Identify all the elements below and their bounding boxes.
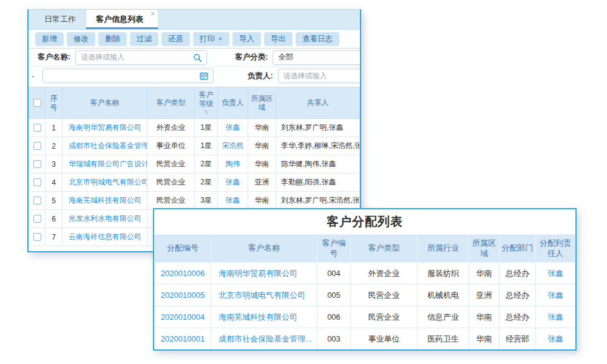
tab-label: 客户信息列表 [96, 15, 143, 24]
customer-name-link[interactable]: 海南明华贸易有限公司 [211, 263, 317, 285]
customer-name-link[interactable]: 海南芜城科技有限公司 [211, 306, 317, 328]
customer-category-value: 全部 [278, 52, 358, 62]
customer-type: 事业单位 [148, 137, 195, 155]
table-row[interactable]: 1 海南明华贸易有限公司 外资企业 1星 张鑫 华南 刘东林,罗广明,张鑫 [29, 119, 360, 137]
region: 亚洲 [248, 174, 276, 192]
department: 总经办 [500, 285, 536, 306]
add-button[interactable]: 新增 [35, 32, 64, 46]
customer-name-link[interactable]: 北京市明城电气有限公司 [211, 285, 317, 306]
col-alloc-number: 分配编号 [155, 235, 211, 263]
table-row[interactable]: 2020010004 海南芜城科技有限公司 006 民营企业 信息产业 华南 总… [155, 306, 575, 328]
row-checkbox[interactable] [33, 233, 41, 241]
customer-name-link[interactable]: 成都市社会保险基金管理... [63, 137, 148, 155]
view-log-button[interactable]: 查看日志 [296, 32, 339, 46]
region: 华南 [248, 192, 276, 210]
table-row[interactable]: 2020010005 北京市明城电气有限公司 005 民营企业 机械机电 亚洲 … [155, 285, 575, 306]
region: 亚洲 [469, 285, 500, 306]
table-row[interactable]: 3 华瑞城有限公司广告设计部 民营企业 2星 陶伟 华南 陈华健,陶伟,张鑫 [29, 155, 360, 174]
assignee-link[interactable]: 张鑫 [536, 263, 575, 285]
alloc-number-link[interactable]: 2020010004 [155, 306, 211, 328]
row-checkbox[interactable] [33, 215, 41, 223]
customer-name-link[interactable]: 海南芜城科技有限公司 [63, 192, 148, 210]
customer-number: 005 [317, 285, 351, 306]
search-icon[interactable] [193, 53, 202, 62]
col-customer-type: 客户类型 [148, 87, 195, 119]
col-industry: 所属行业 [418, 235, 469, 263]
import-button[interactable]: 导入 [232, 32, 261, 46]
col-customer-level-label: 客户等级 [196, 90, 216, 109]
department: 总经办 [500, 263, 536, 285]
filter-area: 客户名称: 请选择或输入 客户分类: 全部 - [29, 49, 360, 85]
row-checkbox[interactable] [33, 160, 41, 168]
assignee-link[interactable]: 张鑫 [536, 328, 575, 350]
owner-link[interactable]: 陶伟 [218, 155, 248, 174]
assignee-link[interactable]: 张鑫 [536, 285, 575, 306]
customer-name-link[interactable]: 成都市社会保险基金管理... [211, 328, 317, 350]
alloc-number-link[interactable]: 2020010001 [155, 328, 211, 350]
customer-number: 006 [317, 306, 351, 328]
region: 华南 [248, 119, 276, 137]
industry: 服装纺织 [418, 263, 469, 285]
export-button[interactable]: 导出 [264, 32, 293, 46]
table-row[interactable]: 2020010006 海南明华贸易有限公司 004 外资企业 服装纺织 华南 总… [155, 263, 575, 285]
owner-link[interactable]: 张鑫 [218, 119, 248, 137]
customer-type: 民营企业 [148, 155, 195, 174]
customer-category-select[interactable]: 全部 [273, 50, 361, 65]
row-checkbox[interactable] [33, 178, 41, 186]
owner-link[interactable]: 张鑫 [218, 192, 248, 210]
row-no: 5 [46, 192, 63, 210]
restore-button[interactable]: 还原 [161, 32, 190, 46]
row-checkbox[interactable] [33, 124, 41, 132]
customer-name-placeholder: 请选择或输入 [81, 52, 193, 62]
table-row[interactable]: 2020010001 成都市社会保险基金管理... 003 事业单位 医药卫生 … [155, 328, 575, 350]
owner-input[interactable]: 请选择或输入 [278, 69, 361, 83]
alloc-number-link[interactable]: 2020010005 [155, 285, 211, 306]
row-no: 6 [46, 210, 63, 228]
close-icon[interactable]: × [151, 10, 155, 18]
col-assignee: 分配到责任人 [536, 235, 575, 263]
col-customer-name: 客户名称 [211, 235, 317, 263]
region: 华南 [469, 306, 500, 328]
customer-level: 3星 [195, 192, 218, 210]
allocation-panel: 客户分配列表 分配编号 客户名称 客户编号 客户类型 所属行业 所属区域 分配部… [153, 208, 577, 351]
tab-daily-work[interactable]: 日常工作 [35, 10, 86, 29]
table-row[interactable]: 2 成都市社会保险基金管理... 事业单位 1星 宋浩然 华南 李华,李婷,柳琳… [29, 137, 360, 155]
print-button[interactable]: 打印 ▼ [193, 32, 229, 46]
owner-link[interactable]: 宋浩然 [218, 137, 248, 155]
caret-down-icon: ▼ [218, 36, 223, 42]
table-row[interactable]: 4 北京市明城电气有限公司 民营企业 2星 张鑫 亚洲 李勤丽,阳强,张鑫 [29, 174, 360, 192]
shared-people: 刘东林,罗广明,张鑫 [276, 119, 360, 137]
col-department: 分配部门 [500, 235, 536, 263]
select-all-checkbox[interactable] [33, 99, 41, 107]
industry: 机械机电 [418, 285, 469, 306]
sort-icon[interactable]: ⇅ [196, 110, 216, 115]
alloc-number-link[interactable]: 2020010006 [155, 263, 211, 285]
table-row[interactable]: 5 海南芜城科技有限公司 民营企业 3星 张鑫 华南 刘东林,罗广明,宋浩然,张… [29, 192, 360, 210]
customer-name-input[interactable]: 请选择或输入 [75, 50, 207, 65]
tab-customer-info-list[interactable]: 客户信息列表 × [86, 10, 158, 29]
assignee-link[interactable]: 张鑫 [536, 306, 575, 328]
customer-name-link[interactable]: 北京市明城电气有限公司 [63, 174, 148, 192]
filter-button[interactable]: 过滤 [130, 32, 158, 46]
customer-type: 事业单位 [351, 328, 418, 350]
date-input[interactable] [42, 69, 214, 83]
allocation-table: 分配编号 客户名称 客户编号 客户类型 所属行业 所属区域 分配部门 分配到责任… [154, 234, 575, 350]
row-checkbox[interactable] [33, 197, 41, 204]
customer-name-link[interactable]: 海南明华贸易有限公司 [63, 119, 148, 137]
region: 华南 [248, 155, 276, 174]
owner-link[interactable]: 张鑫 [218, 174, 248, 192]
customer-name-link[interactable]: 光发水利水电有限公司 [63, 210, 148, 228]
col-customer-type: 客户类型 [351, 235, 418, 263]
region: 华南 [248, 137, 276, 155]
col-customer-name: 客户名称 [63, 87, 148, 119]
edit-button[interactable]: 修改 [67, 32, 95, 46]
delete-button[interactable]: 删除 [98, 32, 127, 46]
tab-bar: 日常工作 客户信息列表 × [29, 10, 360, 30]
row-checkbox[interactable] [33, 142, 41, 150]
customer-name-link[interactable]: 华瑞城有限公司广告设计部 [63, 155, 148, 174]
customer-name-link[interactable]: 云南海祥信息有限公司 [63, 228, 148, 246]
calendar-icon[interactable] [200, 72, 208, 80]
col-serial: 序号 [46, 87, 63, 119]
row-no: 4 [46, 174, 63, 192]
customer-level: 2星 [195, 155, 218, 174]
